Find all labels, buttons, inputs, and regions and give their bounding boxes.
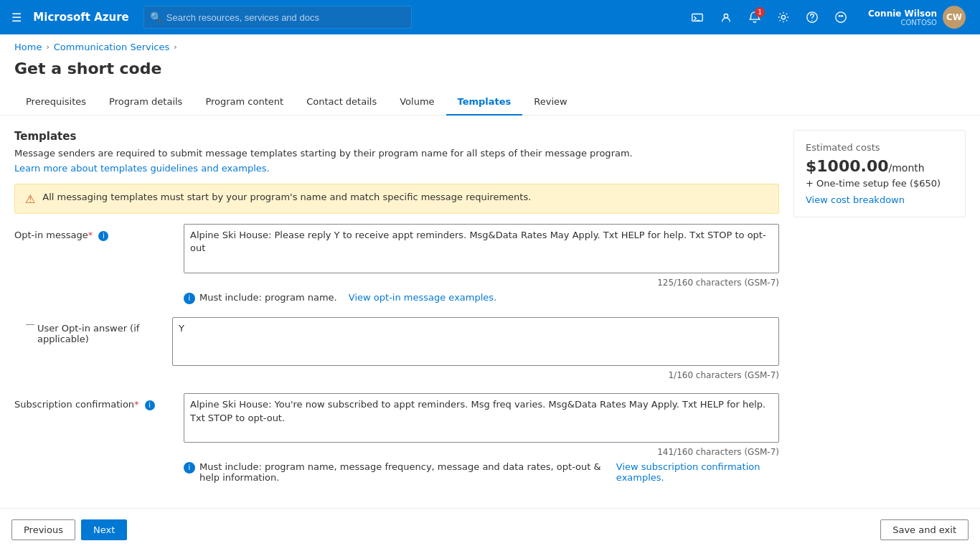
tab-program-details[interactable]: Program details [98, 89, 194, 116]
learn-more-link[interactable]: Learn more about templates guidelines an… [14, 163, 270, 174]
warning-text: All messaging templates must start by yo… [42, 192, 531, 202]
user-opt-in-label: User Opt-in answer (if applicable) [37, 317, 172, 344]
subscription-hint-text: Must include: program name, message freq… [199, 461, 605, 483]
cost-amount-row: $1000.00/month [806, 157, 953, 175]
breadcrumb-sep-2: › [174, 42, 176, 52]
subscription-label: Subscription confirmation [14, 399, 134, 410]
search-bar[interactable]: 🔍 [143, 6, 412, 29]
cost-breakdown-link[interactable]: View cost breakdown [806, 194, 953, 205]
footer: Previous Next Save and exit [0, 508, 980, 510]
tab-bar: Prerequisites Program details Program co… [0, 89, 980, 116]
opt-in-examples-link[interactable]: View opt-in message examples. [349, 292, 496, 303]
user-opt-in-char-count: 1/160 characters (GSM-7) [172, 370, 779, 380]
help-icon[interactable] [799, 4, 825, 30]
subscription-hint-icon: i [184, 462, 195, 474]
user-org: CONTOSO [868, 19, 937, 27]
notifications-icon[interactable]: 1 [742, 4, 768, 30]
indent-line [14, 317, 37, 325]
breadcrumb: Home › Communication Services › [0, 34, 980, 57]
subscription-required: * [134, 399, 139, 410]
tab-program-content[interactable]: Program content [194, 89, 295, 116]
avatar: CW [943, 6, 966, 29]
svg-point-5 [811, 20, 812, 21]
hamburger-menu[interactable]: ☰ [9, 8, 24, 27]
svg-point-3 [781, 15, 785, 19]
svg-point-2 [724, 14, 727, 18]
breadcrumb-home[interactable]: Home [14, 42, 42, 52]
cost-amount: $1000.00 [806, 157, 889, 175]
cost-label: Estimated costs [806, 142, 953, 153]
subscription-hint: i Must include: program name, message fr… [184, 461, 779, 483]
feedback-icon[interactable] [828, 4, 854, 30]
subscription-confirmation-input[interactable]: Alpine Ski House: You're now subscribed … [184, 393, 779, 443]
directory-icon[interactable] [713, 4, 739, 30]
opt-in-hint: i Must include: program name. View opt-i… [184, 292, 779, 304]
page-title: Get a short code [0, 57, 980, 89]
breadcrumb-service[interactable]: Communication Services [54, 42, 169, 52]
opt-in-required: * [88, 230, 93, 240]
top-navigation: ☰ Microsoft Azure 🔍 1 Connie Wilson CONT… [0, 0, 980, 34]
cost-setup-fee: + One-time setup fee ($650) [806, 178, 953, 189]
search-icon: 🔍 [150, 11, 162, 23]
opt-in-info-icon[interactable]: i [98, 231, 108, 241]
user-opt-in-input[interactable]: Y [172, 317, 779, 367]
opt-in-hint-icon: i [184, 293, 195, 304]
tab-volume[interactable]: Volume [388, 89, 446, 116]
breadcrumb-sep-1: › [46, 42, 49, 52]
user-opt-in-row: User Opt-in answer (if applicable) Y 1/1… [14, 317, 779, 381]
tab-prerequisites[interactable]: Prerequisites [14, 89, 98, 116]
notification-count: 1 [755, 7, 765, 17]
svg-point-7 [839, 15, 840, 17]
nav-icons: 1 [684, 4, 854, 30]
subscription-examples-link[interactable]: View subscription confirmation examples. [616, 461, 779, 483]
subscription-char-count: 141/160 characters (GSM-7) [184, 447, 779, 457]
user-name: Connie Wilson [868, 9, 937, 19]
search-input[interactable] [166, 12, 405, 23]
app-title: Microsoft Azure [33, 11, 128, 24]
opt-in-hint-text: Must include: program name. [199, 292, 337, 303]
svg-point-6 [836, 12, 846, 22]
opt-in-char-count: 125/160 characters (GSM-7) [184, 278, 779, 288]
settings-icon[interactable] [771, 4, 796, 30]
tab-contact-details[interactable]: Contact details [295, 89, 388, 116]
cost-period: /month [889, 162, 925, 174]
tab-templates[interactable]: Templates [446, 89, 523, 116]
opt-in-message-label: Opt-in message [14, 230, 88, 240]
user-profile[interactable]: Connie Wilson CONTOSO CW [862, 3, 971, 32]
warning-box: ⚠ All messaging templates must start by … [14, 184, 779, 214]
tab-review[interactable]: Review [522, 89, 578, 116]
cloud-shell-icon[interactable] [684, 4, 710, 30]
opt-in-message-row: Opt-in message* i Alpine Ski House: Plea… [14, 224, 779, 304]
svg-point-8 [842, 15, 843, 17]
opt-in-message-input[interactable]: Alpine Ski House: Please reply Y to rece… [184, 224, 779, 273]
cost-panel: Estimated costs $1000.00/month + One-tim… [793, 130, 966, 217]
section-title: Templates [14, 130, 779, 143]
subscription-confirmation-row: Subscription confirmation* i Alpine Ski … [14, 393, 779, 483]
warning-icon: ⚠ [25, 192, 35, 206]
section-description: Message senders are required to submit m… [14, 147, 779, 160]
subscription-info-icon[interactable]: i [145, 400, 155, 410]
